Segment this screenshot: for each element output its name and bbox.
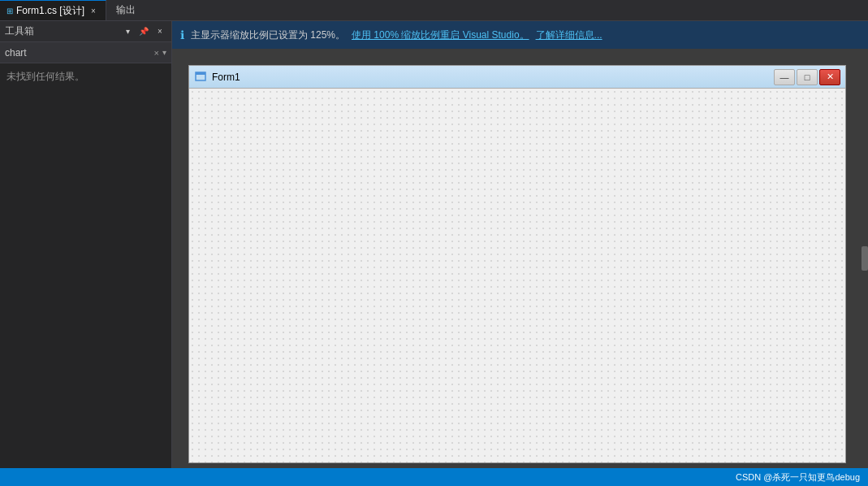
sidebar-search-box: × ▾ bbox=[0, 42, 171, 63]
form-window-controls: — □ ✕ bbox=[774, 69, 840, 85]
pin-button[interactable]: 📌 bbox=[137, 25, 150, 38]
info-link-restart[interactable]: 使用 100% 缩放比例重启 Visual Studio。 bbox=[352, 28, 529, 42]
status-bar: CSDN @杀死一只知更鸟debug bbox=[0, 468, 868, 486]
form-close-button[interactable]: ✕ bbox=[819, 69, 840, 85]
svg-rect-1 bbox=[196, 72, 205, 75]
toolbox-sidebar: 工具箱 ▾ 📌 × × ▾ 未找到任何结果。 bbox=[0, 21, 172, 468]
form-titlebar: Form1 — □ ✕ bbox=[189, 66, 845, 89]
form-body[interactable] bbox=[189, 89, 845, 462]
restore-label: □ bbox=[805, 72, 810, 82]
search-input[interactable] bbox=[5, 47, 151, 59]
info-bar: ℹ 主显示器缩放比例已设置为 125%。 使用 100% 缩放比例重启 Visu… bbox=[172, 21, 868, 49]
form-restore-button[interactable]: □ bbox=[797, 69, 818, 85]
search-dropdown-icon[interactable]: ▾ bbox=[162, 48, 166, 57]
tab-close-button[interactable]: × bbox=[88, 5, 99, 16]
tab-form1-design[interactable]: ⊞ Form1.cs [设计] × bbox=[0, 0, 106, 20]
form-minimize-button[interactable]: — bbox=[774, 69, 795, 85]
info-link-details[interactable]: 了解详细信息... bbox=[536, 28, 602, 42]
form-title-left: Form1 bbox=[194, 71, 240, 84]
form-title-text: Form1 bbox=[212, 72, 240, 83]
search-clear-button[interactable]: × bbox=[154, 48, 159, 58]
sidebar-title: 工具箱 bbox=[5, 24, 34, 38]
tab-label: Form1.cs [设计] bbox=[16, 4, 84, 18]
pin-icon[interactable]: ▾ bbox=[121, 25, 134, 38]
main-area: 工具箱 ▾ 📌 × × ▾ 未找到任何结果。 ℹ 主显示器缩放比例已设置为 12… bbox=[0, 21, 868, 468]
tab-output-label: 输出 bbox=[116, 3, 136, 17]
info-message: 主显示器缩放比例已设置为 125%。 bbox=[191, 28, 345, 42]
vertical-scrollbar-thumb[interactable] bbox=[862, 246, 868, 271]
form-app-icon bbox=[194, 71, 207, 84]
close-label: ✕ bbox=[827, 72, 834, 82]
form1-window: Form1 — □ ✕ bbox=[188, 65, 846, 463]
sidebar-no-result: 未找到任何结果。 bbox=[0, 63, 171, 468]
status-text: CSDN @杀死一只知更鸟debug bbox=[736, 471, 860, 484]
tab-output[interactable]: 输出 bbox=[106, 0, 145, 20]
right-panel: ℹ 主显示器缩放比例已设置为 125%。 使用 100% 缩放比例重启 Visu… bbox=[172, 21, 868, 468]
sidebar-controls: ▾ 📌 × bbox=[121, 25, 166, 38]
sidebar-close-button[interactable]: × bbox=[153, 25, 166, 38]
no-result-text: 未找到任何结果。 bbox=[6, 71, 84, 82]
form-icon-small: ⊞ bbox=[6, 7, 13, 15]
minimize-label: — bbox=[780, 72, 789, 82]
info-icon: ℹ bbox=[180, 28, 184, 41]
design-canvas[interactable]: Form1 — □ ✕ bbox=[172, 49, 868, 468]
sidebar-header: 工具箱 ▾ 📌 × bbox=[0, 21, 171, 42]
tab-bar: ⊞ Form1.cs [设计] × 输出 bbox=[0, 0, 868, 21]
